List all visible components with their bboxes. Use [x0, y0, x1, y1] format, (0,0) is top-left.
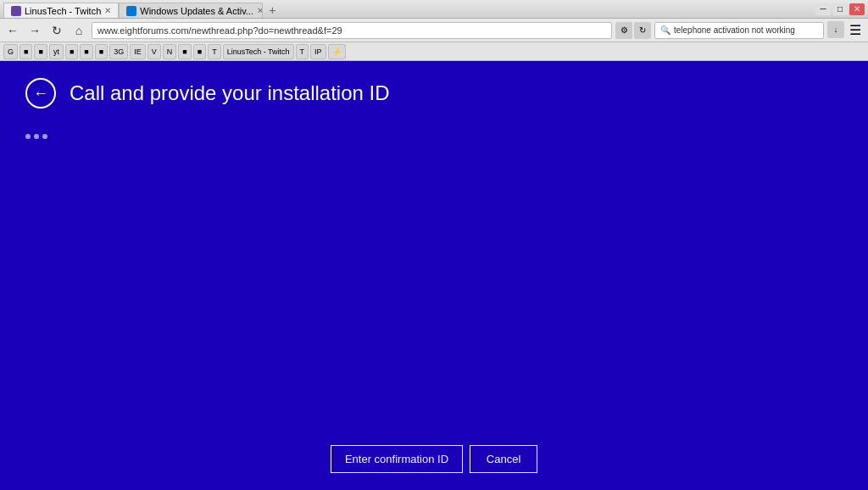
bookmark-item[interactable]: G: [3, 44, 18, 59]
minimize-button[interactable]: ─: [815, 3, 831, 15]
cancel-button[interactable]: Cancel: [470, 445, 537, 473]
bookmark-item[interactable]: N: [163, 44, 177, 59]
close-button[interactable]: ✕: [849, 3, 865, 15]
title-bar: LinusTech - Twitch ✕ Windows Updates & A…: [0, 0, 868, 19]
bookmark-item[interactable]: V: [147, 44, 161, 59]
loading-dot-3: [42, 134, 47, 139]
compat-icon[interactable]: ⚙: [615, 22, 632, 39]
search-provider-icon: 🔍: [660, 25, 670, 35]
new-tab-button[interactable]: +: [263, 3, 281, 18]
bookmark-item[interactable]: ■: [193, 44, 206, 59]
address-input[interactable]: www.eightforums.com/newthread.php?do=new…: [92, 22, 612, 39]
activation-title: Call and provide your installation ID: [70, 81, 390, 105]
refresh-addr-icon[interactable]: ↻: [634, 22, 651, 39]
back-arrow-icon: ←: [33, 85, 48, 103]
address-text: www.eightforums.com/newthread.php?do=new…: [97, 25, 342, 36]
loading-dot-1: [25, 134, 31, 139]
activation-overlay: ← Call and provide your installation ID …: [0, 61, 868, 490]
tab-windows[interactable]: Windows Updates & Activ... ✕: [119, 3, 263, 18]
activation-back-button[interactable]: ←: [25, 78, 56, 109]
bookmark-item[interactable]: IP: [310, 44, 326, 59]
bookmark-item[interactable]: ■: [34, 44, 47, 59]
tab-bar: LinusTech - Twitch ✕ Windows Updates & A…: [3, 0, 281, 18]
bookmark-item[interactable]: 3G: [109, 44, 128, 59]
bookmark-item[interactable]: ■: [178, 44, 191, 59]
bookmark-item[interactable]: ⚡: [328, 44, 346, 59]
activation-body: [0, 117, 868, 428]
address-bar: ← → ↻ ⌂ www.eightforums.com/newthread.ph…: [0, 19, 868, 42]
home-button[interactable]: ⌂: [70, 21, 88, 40]
tab-favicon-windows: [126, 6, 136, 16]
window-controls: ─ □ ✕: [815, 3, 865, 15]
tab-label-windows: Windows Updates & Activ...: [140, 6, 253, 16]
maximize-button[interactable]: □: [832, 3, 848, 15]
tools-menu-button[interactable]: ☰: [846, 21, 865, 40]
refresh-button[interactable]: ↻: [47, 21, 66, 40]
tab-twitch[interactable]: LinusTech - Twitch ✕: [3, 3, 119, 18]
search-input[interactable]: 🔍 telephone activation not working: [654, 22, 824, 39]
bookmark-item[interactable]: ■: [19, 44, 32, 59]
bookmark-item[interactable]: ■: [65, 44, 78, 59]
search-text: telephone activation not working: [674, 25, 795, 35]
bookmark-item[interactable]: T: [296, 44, 309, 59]
loading-dot-2: [34, 134, 39, 139]
download-icon[interactable]: ↓: [827, 21, 844, 38]
activation-header: ← Call and provide your installation ID: [0, 61, 868, 117]
activation-footer: Enter confirmation ID Cancel: [0, 428, 868, 490]
bookmark-item[interactable]: LinusTech - Twitch: [223, 44, 294, 59]
bookmark-item[interactable]: T: [208, 44, 221, 59]
bookmark-item[interactable]: ■: [80, 44, 92, 59]
enter-confirmation-id-button[interactable]: Enter confirmation ID: [331, 445, 463, 473]
back-button[interactable]: ←: [3, 21, 22, 40]
tab-favicon-twitch: [11, 6, 21, 16]
tab-close-windows[interactable]: ✕: [257, 6, 263, 15]
bookmarks-bar: G ■ ■ yt ■ ■ ■ 3G IE V N ■ ■ T LinusTech…: [0, 42, 868, 61]
loading-indicator: [25, 125, 843, 148]
tab-close-twitch[interactable]: ✕: [104, 6, 111, 15]
forward-button[interactable]: →: [25, 21, 44, 40]
page-area: Use a title that describes your problem …: [0, 61, 868, 490]
bookmark-item[interactable]: IE: [130, 44, 146, 59]
bookmark-item[interactable]: yt: [49, 44, 64, 59]
tab-label-twitch: LinusTech - Twitch: [25, 6, 101, 16]
bookmark-item[interactable]: ■: [95, 44, 108, 59]
